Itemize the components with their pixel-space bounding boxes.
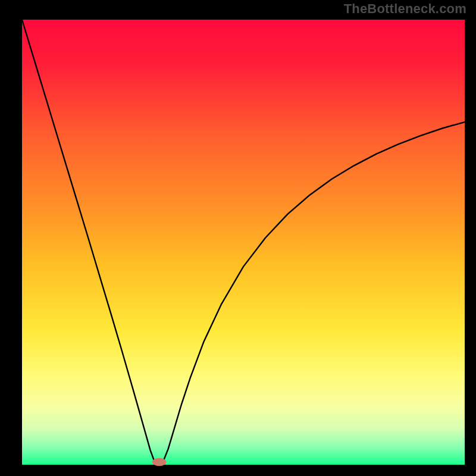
watermark-label: TheBottleneck.com — [344, 1, 466, 17]
chart-frame: TheBottleneck.com — [0, 0, 476, 476]
bottleneck-chart — [0, 0, 476, 476]
plot-background — [22, 20, 465, 465]
dip-marker — [152, 458, 167, 466]
